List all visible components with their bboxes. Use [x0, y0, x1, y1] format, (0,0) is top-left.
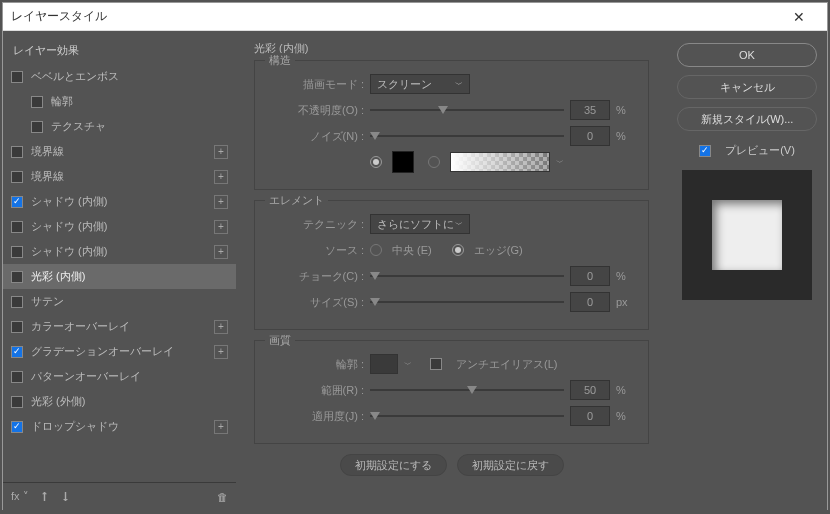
effect-label: テクスチャ — [51, 119, 106, 134]
effect-item[interactable]: パターンオーバーレイ — [3, 364, 236, 389]
effect-checkbox[interactable] — [11, 421, 23, 433]
effect-checkbox[interactable] — [11, 271, 23, 283]
opacity-value[interactable]: 35 — [570, 100, 610, 120]
effect-label: サテン — [31, 294, 64, 309]
effect-item[interactable]: 境界線+ — [3, 164, 236, 189]
effect-checkbox[interactable] — [11, 321, 23, 333]
range-value[interactable]: 50 — [570, 380, 610, 400]
gradient-radio[interactable] — [428, 156, 440, 168]
chevron-down-icon[interactable]: ﹀ — [404, 359, 412, 370]
effect-label: グラデーションオーバーレイ — [31, 344, 174, 359]
contour-label: 輪郭 : — [269, 357, 364, 372]
element-group: エレメント テクニック : さらにソフトに﹀ ソース : 中央 (E) エッジ(… — [254, 200, 649, 330]
structure-legend: 構造 — [265, 53, 295, 68]
contour-picker[interactable] — [370, 354, 398, 374]
color-radio[interactable] — [370, 156, 382, 168]
effect-checkbox[interactable] — [11, 196, 23, 208]
effect-checkbox[interactable] — [11, 371, 23, 383]
section-title: 光彩 (内側) — [254, 41, 649, 56]
ok-button[interactable]: OK — [677, 43, 817, 67]
effect-item[interactable]: カラーオーバーレイ+ — [3, 314, 236, 339]
effect-item[interactable]: テクスチャ — [3, 114, 236, 139]
color-swatch[interactable] — [392, 151, 414, 173]
jitter-slider[interactable] — [370, 406, 564, 426]
blend-label: 描画モード : — [269, 77, 364, 92]
effect-item[interactable]: 光彩 (内側) — [3, 264, 236, 289]
choke-slider[interactable] — [370, 266, 564, 286]
fx-icon[interactable]: fx ˅ — [11, 490, 29, 503]
effect-checkbox[interactable] — [11, 171, 23, 183]
effect-checkbox[interactable] — [11, 221, 23, 233]
effect-label: シャドウ (内側) — [31, 194, 107, 209]
effect-item[interactable]: 光彩 (外側) — [3, 389, 236, 414]
add-icon[interactable]: + — [214, 170, 228, 184]
cancel-button[interactable]: キャンセル — [677, 75, 817, 99]
aa-checkbox[interactable] — [430, 358, 442, 370]
choke-value[interactable]: 0 — [570, 266, 610, 286]
effect-checkbox[interactable] — [11, 246, 23, 258]
add-icon[interactable]: + — [214, 145, 228, 159]
close-button[interactable]: ✕ — [779, 4, 819, 30]
new-style-button[interactable]: 新規スタイル(W)... — [677, 107, 817, 131]
effect-label: 境界線 — [31, 144, 64, 159]
settings-panel: 光彩 (内側) 構造 描画モード : スクリーン﹀ 不透明度(O) : 35 %… — [236, 31, 667, 510]
source-center-radio[interactable] — [370, 244, 382, 256]
effects-panel: レイヤー効果 ベベルとエンボス輪郭テクスチャ境界線+境界線+シャドウ (内側)+… — [3, 31, 236, 510]
add-icon[interactable]: + — [214, 420, 228, 434]
jitter-value[interactable]: 0 — [570, 406, 610, 426]
gradient-picker[interactable] — [450, 152, 550, 172]
add-icon[interactable]: + — [214, 195, 228, 209]
effect-checkbox[interactable] — [11, 396, 23, 408]
effect-checkbox[interactable] — [11, 346, 23, 358]
noise-unit: % — [616, 130, 634, 142]
add-icon[interactable]: + — [214, 320, 228, 334]
source-edge-radio[interactable] — [452, 244, 464, 256]
effect-checkbox[interactable] — [31, 96, 43, 108]
range-label: 範囲(R) : — [269, 383, 364, 398]
noise-slider[interactable] — [370, 126, 564, 146]
dialog-title: レイヤースタイル — [11, 8, 779, 25]
effect-label: ドロップシャドウ — [31, 419, 119, 434]
effect-checkbox[interactable] — [11, 146, 23, 158]
trash-icon[interactable]: 🗑 — [217, 491, 228, 503]
right-panel: OK キャンセル 新規スタイル(W)... プレビュー(V) — [667, 31, 827, 510]
effect-label: カラーオーバーレイ — [31, 319, 130, 334]
preview-checkbox[interactable] — [699, 145, 711, 157]
chevron-down-icon: ﹀ — [455, 219, 463, 230]
blend-select[interactable]: スクリーン﹀ — [370, 74, 470, 94]
size-slider[interactable] — [370, 292, 564, 312]
up-icon[interactable]: 🠕 — [39, 491, 50, 503]
effect-checkbox[interactable] — [11, 71, 23, 83]
size-value[interactable]: 0 — [570, 292, 610, 312]
effect-item[interactable]: シャドウ (内側)+ — [3, 189, 236, 214]
effect-item[interactable]: ベベルとエンボス — [3, 64, 236, 89]
effect-item[interactable]: サテン — [3, 289, 236, 314]
reset-default-button[interactable]: 初期設定に戻す — [457, 454, 564, 476]
tech-select[interactable]: さらにソフトに﹀ — [370, 214, 470, 234]
opacity-label: 不透明度(O) : — [269, 103, 364, 118]
add-icon[interactable]: + — [214, 220, 228, 234]
preview-label: プレビュー(V) — [725, 143, 795, 158]
down-icon[interactable]: 🠗 — [60, 491, 71, 503]
structure-group: 構造 描画モード : スクリーン﹀ 不透明度(O) : 35 % ノイズ(N) … — [254, 60, 649, 190]
effect-item[interactable]: シャドウ (内側)+ — [3, 239, 236, 264]
tech-label: テクニック : — [269, 217, 364, 232]
noise-label: ノイズ(N) : — [269, 129, 364, 144]
opacity-slider[interactable] — [370, 100, 564, 120]
noise-value[interactable]: 0 — [570, 126, 610, 146]
add-icon[interactable]: + — [214, 245, 228, 259]
make-default-button[interactable]: 初期設定にする — [340, 454, 447, 476]
effect-item[interactable]: シャドウ (内側)+ — [3, 214, 236, 239]
dialog-body: レイヤー効果 ベベルとエンボス輪郭テクスチャ境界線+境界線+シャドウ (内側)+… — [3, 31, 827, 510]
effect-item[interactable]: 境界線+ — [3, 139, 236, 164]
opacity-unit: % — [616, 104, 634, 116]
source-label: ソース : — [269, 243, 364, 258]
add-icon[interactable]: + — [214, 345, 228, 359]
effect-item[interactable]: 輪郭 — [3, 89, 236, 114]
effect-item[interactable]: ドロップシャドウ+ — [3, 414, 236, 439]
effect-checkbox[interactable] — [31, 121, 43, 133]
effect-checkbox[interactable] — [11, 296, 23, 308]
chevron-down-icon[interactable]: ﹀ — [556, 157, 564, 168]
effect-item[interactable]: グラデーションオーバーレイ+ — [3, 339, 236, 364]
range-slider[interactable] — [370, 380, 564, 400]
